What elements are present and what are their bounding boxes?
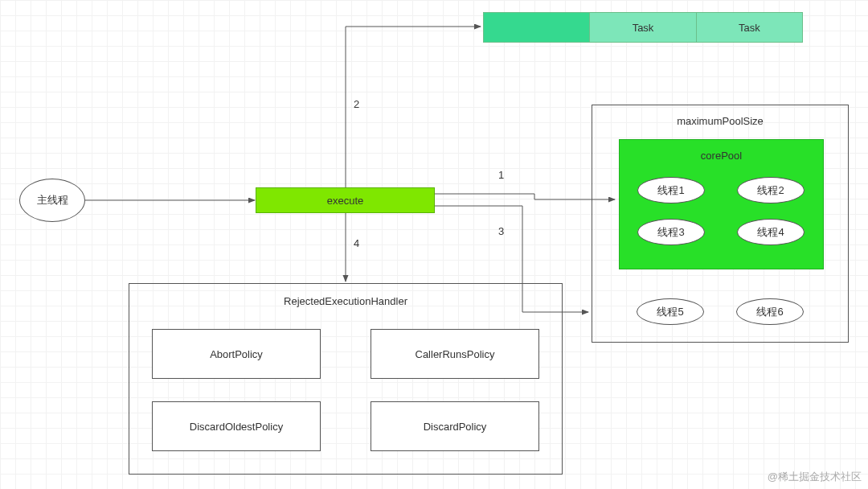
main-thread-node: 主线程 (19, 179, 85, 222)
edge-label-3: 3 (498, 225, 504, 237)
task-cell: Task (589, 13, 695, 42)
thread-node: 线程4 (737, 219, 805, 245)
main-thread-label: 主线程 (37, 193, 68, 208)
rejected-handler-title: RejectedExecutionHandler (129, 295, 562, 307)
core-pool-box: corePool 线程1 线程2 线程3 线程4 (619, 139, 824, 269)
thread-node: 线程6 (736, 298, 804, 325)
policy-box: CallerRunsPolicy (371, 329, 539, 379)
policy-box: DiscardPolicy (371, 401, 539, 451)
watermark: @稀土掘金技术社区 (768, 470, 862, 484)
policy-box: DiscardOldestPolicy (152, 401, 321, 451)
execute-label: execute (327, 195, 364, 207)
task-cell-empty (484, 13, 589, 42)
maximum-pool-box: maximumPoolSize corePool 线程1 线程2 线程3 线程4… (592, 105, 849, 343)
core-pool-title: corePool (620, 150, 823, 162)
thread-node: 线程3 (637, 219, 705, 245)
edge-label-4: 4 (354, 237, 359, 249)
maximum-pool-title: maximumPoolSize (592, 115, 848, 127)
policy-box: AbortPolicy (152, 329, 321, 379)
execute-box: execute (256, 187, 435, 213)
thread-node: 线程2 (737, 177, 805, 203)
thread-node: 线程1 (637, 177, 705, 203)
edge-label-2: 2 (354, 98, 359, 110)
edge-label-1: 1 (498, 169, 504, 181)
task-cell: Task (696, 13, 802, 42)
rejected-handler-box: RejectedExecutionHandler AbortPolicy Cal… (129, 283, 563, 475)
thread-node: 线程5 (637, 298, 704, 325)
task-queue: Task Task (483, 12, 803, 43)
